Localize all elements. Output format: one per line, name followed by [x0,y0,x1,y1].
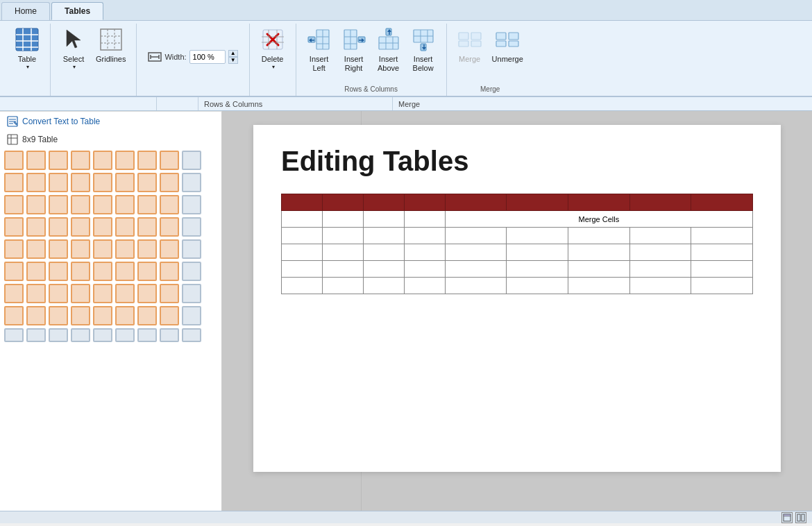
table-cell[interactable] [629,278,691,294]
grid-cell[interactable] [137,217,157,237]
select-button[interactable]: Select ▾ [56,24,91,79]
table-cell[interactable] [282,194,323,211]
grid-cell[interactable] [137,173,157,192]
grid-cell[interactable] [93,262,112,281]
table-cell[interactable] [507,228,568,244]
insert-left-button[interactable]: InsertLeft [302,24,337,79]
table-cell[interactable] [363,228,404,244]
grid-cell[interactable] [160,239,179,259]
insert-below-button[interactable]: InsertBelow [406,24,441,79]
table-cell[interactable] [568,261,629,278]
table-cell[interactable] [629,228,691,244]
table-cell[interactable] [363,244,404,261]
grid-cell[interactable] [49,217,68,237]
tab-home[interactable]: Home [1,2,50,20]
table-cell[interactable] [568,194,629,211]
grid-cell[interactable] [160,262,179,281]
table-cell[interactable] [507,278,568,294]
grid-cell[interactable] [182,195,201,214]
grid-cell[interactable] [115,173,135,192]
grid-cell[interactable] [137,284,157,303]
grid-cell[interactable] [115,328,135,342]
grid-cell[interactable] [93,217,112,237]
table-cell[interactable] [691,228,753,244]
width-input[interactable] [189,50,226,64]
grid-cell[interactable] [71,262,90,281]
grid-cell[interactable] [49,328,68,342]
grid-cell[interactable] [93,173,112,192]
table-cell[interactable] [322,244,363,261]
grid-cell[interactable] [137,262,157,281]
grid-picker[interactable] [0,148,214,352]
grid-cell[interactable] [4,217,24,237]
delete-button[interactable]: Delete ▾ [255,24,290,79]
table-cell[interactable] [363,278,404,294]
table-cell[interactable] [363,261,404,278]
grid-cell[interactable] [137,151,157,170]
table-cell[interactable] [404,244,445,261]
table-cell[interactable] [445,278,507,294]
table-cell[interactable] [568,228,629,244]
grid-cell[interactable] [182,217,201,237]
table-cell[interactable] [404,228,445,244]
view-icon[interactable] [795,512,806,523]
grid-cell[interactable] [137,239,157,259]
grid-cell[interactable] [93,306,112,325]
table-cell[interactable] [507,261,568,278]
table-cell[interactable] [691,261,753,278]
grid-cell[interactable] [137,328,157,342]
table-cell[interactable] [445,244,507,261]
grid-cell[interactable] [71,173,90,192]
width-spin-up[interactable]: ▲ [228,50,238,57]
grid-cell[interactable] [93,328,112,342]
grid-cell[interactable] [4,306,24,325]
grid-cell[interactable] [26,151,46,170]
grid-cell[interactable] [93,151,112,170]
grid-cell[interactable] [93,284,112,303]
grid-cell[interactable] [182,284,201,303]
grid-cell[interactable] [71,306,90,325]
table-cell[interactable] [629,194,691,211]
grid-cell[interactable] [160,284,179,303]
table-cell[interactable] [322,211,363,228]
gridlines-button[interactable]: Gridlines [91,24,130,79]
grid-cell[interactable] [71,284,90,303]
tab-tables[interactable]: Tables [51,2,103,20]
table-cell[interactable] [322,194,363,211]
grid-cell[interactable] [49,195,68,214]
table-cell[interactable] [445,194,507,211]
grid-cell[interactable] [26,284,46,303]
table-cell[interactable] [404,211,445,228]
table-cell[interactable] [282,211,323,228]
table-cell[interactable] [507,194,568,211]
grid-cell[interactable] [71,195,90,214]
grid-cell[interactable] [4,239,24,259]
width-spin-down[interactable]: ▼ [228,57,238,64]
grid-cell[interactable] [26,328,46,342]
grid-cell[interactable] [4,151,24,170]
grid-cell[interactable] [160,217,179,237]
insert-above-button[interactable]: InsertAbove [371,24,406,79]
grid-cell[interactable] [71,151,90,170]
table-cell[interactable] [322,278,363,294]
grid-cell[interactable] [160,306,179,325]
table-cell[interactable] [691,278,753,294]
table-cell[interactable] [404,194,445,211]
grid-cell[interactable] [4,262,24,281]
table-cell[interactable] [282,278,323,294]
grid-cell[interactable] [115,239,135,259]
grid-cell[interactable] [115,306,135,325]
insert-right-button[interactable]: InsertRight [337,24,371,79]
grid-cell[interactable] [182,262,201,281]
grid-cell[interactable] [26,306,46,325]
grid-cell[interactable] [71,239,90,259]
grid-cell[interactable] [49,306,68,325]
table-cell[interactable] [363,194,404,211]
grid-cell[interactable] [4,195,24,214]
table-cell[interactable] [404,278,445,294]
table-cell[interactable] [404,261,445,278]
table-cell[interactable] [445,228,507,244]
table-cell[interactable] [282,228,323,244]
grid-cell[interactable] [71,217,90,237]
grid-cell[interactable] [115,262,135,281]
